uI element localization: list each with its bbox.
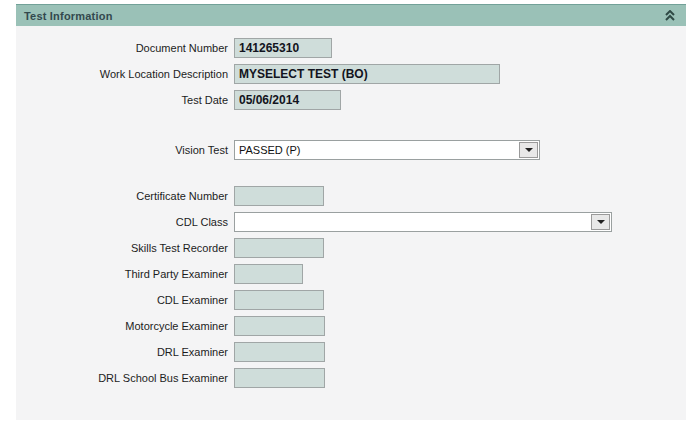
- certificate-number-field[interactable]: [234, 186, 324, 206]
- form-row-certificate-number: Certificate Number: [16, 186, 686, 206]
- document-number-field[interactable]: [234, 38, 332, 58]
- drl-examiner-field[interactable]: [234, 342, 325, 362]
- cdl-examiner-label: CDL Examiner: [16, 294, 234, 306]
- work-location-description-label: Work Location Description: [16, 68, 234, 80]
- form-row-drl-examiner: DRL Examiner: [16, 342, 686, 362]
- motorcycle-examiner-field[interactable]: [234, 316, 325, 336]
- skills-test-recorder-label: Skills Test Recorder: [16, 242, 234, 254]
- third-party-examiner-field[interactable]: [234, 264, 303, 284]
- vision-test-label: Vision Test: [16, 144, 234, 156]
- form-row-skills-test-recorder: Skills Test Recorder: [16, 238, 686, 258]
- vision-test-select[interactable]: PASSED (P): [234, 140, 540, 160]
- form-row-motorcycle-examiner: Motorcycle Examiner: [16, 316, 686, 336]
- third-party-examiner-label: Third Party Examiner: [16, 268, 234, 280]
- vision-test-value: PASSED (P): [239, 144, 519, 156]
- motorcycle-examiner-label: Motorcycle Examiner: [16, 320, 234, 332]
- drl-school-bus-examiner-field[interactable]: [234, 368, 325, 388]
- form-row-cdl-class: CDL Class: [16, 212, 686, 232]
- test-date-label: Test Date: [16, 94, 234, 106]
- skills-test-recorder-field[interactable]: [234, 238, 324, 258]
- collapse-button[interactable]: [662, 8, 678, 24]
- test-date-field[interactable]: [234, 90, 341, 110]
- cdl-examiner-field[interactable]: [234, 290, 324, 310]
- caret-down-icon: [525, 148, 533, 152]
- form-row-document-number: Document Number: [16, 38, 686, 58]
- drl-examiner-label: DRL Examiner: [16, 346, 234, 358]
- form-row-test-date: Test Date: [16, 90, 686, 110]
- caret-down-icon: [597, 220, 605, 224]
- vision-test-dropdown-button[interactable]: [519, 142, 538, 158]
- cdl-class-dropdown-button[interactable]: [591, 214, 610, 230]
- work-location-description-field[interactable]: [234, 64, 500, 84]
- panel-header[interactable]: Test Information: [16, 4, 686, 26]
- cdl-class-select[interactable]: [234, 212, 612, 232]
- form-row-work-location: Work Location Description: [16, 64, 686, 84]
- drl-school-bus-examiner-label: DRL School Bus Examiner: [16, 372, 234, 384]
- form-row-cdl-examiner: CDL Examiner: [16, 290, 686, 310]
- cdl-class-label: CDL Class: [16, 216, 234, 228]
- certificate-number-label: Certificate Number: [16, 190, 234, 202]
- form-row-drl-school-bus-examiner: DRL School Bus Examiner: [16, 368, 686, 388]
- chevron-double-up-icon: [665, 10, 675, 21]
- test-information-panel: Test Information Document Number Work Lo…: [16, 4, 686, 420]
- form-row-third-party-examiner: Third Party Examiner: [16, 264, 686, 284]
- panel-title: Test Information: [24, 10, 113, 22]
- panel-body: Document Number Work Location Descriptio…: [16, 26, 686, 420]
- document-number-label: Document Number: [16, 42, 234, 54]
- form-row-vision-test: Vision Test PASSED (P): [16, 140, 686, 160]
